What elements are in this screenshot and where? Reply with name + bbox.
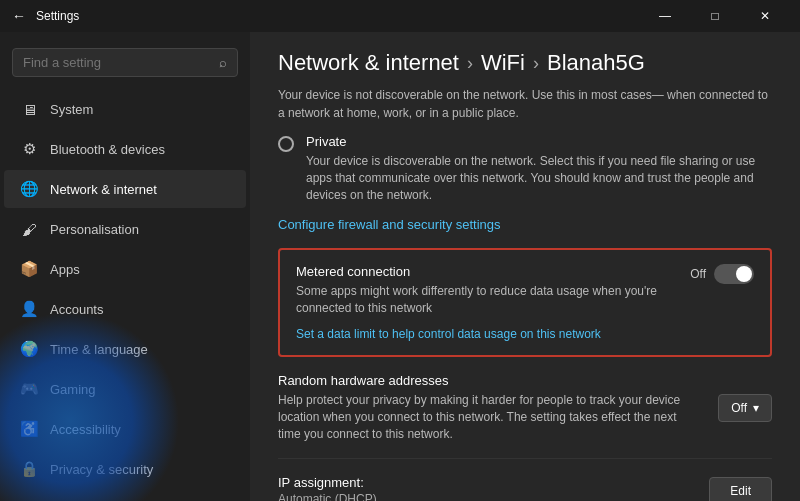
ip-assignment-value: Automatic (DHCP): [278, 492, 377, 501]
metered-header: Metered connection Some apps might work …: [296, 264, 754, 317]
apps-icon: 📦: [20, 260, 38, 278]
main-panel: Network & internet › WiFi › Blanah5G You…: [250, 32, 800, 501]
sidebar-item-label: Network & internet: [50, 182, 157, 197]
metered-text-content: Metered connection Some apps might work …: [296, 264, 674, 317]
window-controls: — □ ✕: [642, 0, 788, 32]
sidebar-background: [0, 489, 250, 501]
maximize-button[interactable]: □: [692, 0, 738, 32]
random-hardware-text: Random hardware addresses Help protect y…: [278, 373, 702, 442]
random-hardware-title: Random hardware addresses: [278, 373, 702, 388]
firewall-link[interactable]: Configure firewall and security settings: [278, 217, 772, 232]
breadcrumb-wifi: WiFi: [481, 50, 525, 76]
sidebar-item-personalisation[interactable]: 🖌 Personalisation: [4, 210, 246, 248]
private-option[interactable]: Private Your device is discoverable on t…: [278, 134, 772, 203]
ip-assignment-row: IP assignment: Automatic (DHCP) Edit: [278, 475, 772, 501]
main-content: Your device is not discoverable on the n…: [250, 86, 800, 501]
personalisation-icon: 🖌: [20, 220, 38, 238]
sidebar: ⌕ 🖥 System ⚙ Bluetooth & devices 🌐 Netwo…: [0, 32, 250, 501]
metered-connection-box: Metered connection Some apps might work …: [278, 248, 772, 357]
top-description: Your device is not discoverable on the n…: [278, 86, 772, 122]
sidebar-item-label: System: [50, 102, 93, 117]
breadcrumb-sep-2: ›: [533, 53, 539, 74]
toggle-knob: [736, 266, 752, 282]
search-box[interactable]: ⌕: [12, 48, 238, 77]
dropdown-label: Off: [731, 401, 747, 415]
sidebar-item-label: Personalisation: [50, 222, 139, 237]
ip-assignment-text: IP assignment: Automatic (DHCP): [278, 475, 377, 501]
back-button[interactable]: ←: [12, 8, 26, 24]
search-input[interactable]: [23, 55, 211, 70]
metered-toggle-row: Off: [690, 264, 754, 284]
breadcrumb-network: Network & internet: [278, 50, 459, 76]
data-limit-link[interactable]: Set a data limit to help control data us…: [296, 327, 754, 341]
ip-assignment-label: IP assignment:: [278, 475, 377, 490]
sidebar-item-label: Bluetooth & devices: [50, 142, 165, 157]
breadcrumb-network-name: Blanah5G: [547, 50, 645, 76]
random-hardware-row: Random hardware addresses Help protect y…: [278, 373, 772, 459]
random-hardware-desc: Help protect your privacy by making it h…: [278, 392, 702, 442]
breadcrumb: Network & internet › WiFi › Blanah5G: [278, 50, 772, 76]
sidebar-item-network[interactable]: 🌐 Network & internet: [4, 170, 246, 208]
random-hardware-dropdown[interactable]: Off ▾: [718, 394, 772, 422]
ip-edit-button[interactable]: Edit: [709, 477, 772, 501]
chevron-down-icon: ▾: [753, 401, 759, 415]
private-radio[interactable]: [278, 136, 294, 152]
private-option-desc: Your device is discoverable on the netwo…: [306, 153, 772, 203]
sidebar-item-label: Apps: [50, 262, 80, 277]
main-header: Network & internet › WiFi › Blanah5G: [250, 32, 800, 86]
title-bar: ← Settings — □ ✕: [0, 0, 800, 32]
metered-toggle-label: Off: [690, 267, 706, 281]
app-title: Settings: [36, 9, 642, 23]
private-option-content: Private Your device is discoverable on t…: [306, 134, 772, 203]
app-body: ⌕ 🖥 System ⚙ Bluetooth & devices 🌐 Netwo…: [0, 32, 800, 501]
search-icon: ⌕: [219, 55, 227, 70]
system-icon: 🖥: [20, 100, 38, 118]
private-option-title: Private: [306, 134, 772, 149]
metered-title: Metered connection: [296, 264, 674, 279]
bluetooth-icon: ⚙: [20, 140, 38, 158]
sidebar-item-bluetooth[interactable]: ⚙ Bluetooth & devices: [4, 130, 246, 168]
metered-desc: Some apps might work differently to redu…: [296, 283, 674, 317]
minimize-button[interactable]: —: [642, 0, 688, 32]
sidebar-item-system[interactable]: 🖥 System: [4, 90, 246, 128]
close-button[interactable]: ✕: [742, 0, 788, 32]
sidebar-item-apps[interactable]: 📦 Apps: [4, 250, 246, 288]
network-icon: 🌐: [20, 180, 38, 198]
breadcrumb-sep-1: ›: [467, 53, 473, 74]
metered-toggle[interactable]: [714, 264, 754, 284]
